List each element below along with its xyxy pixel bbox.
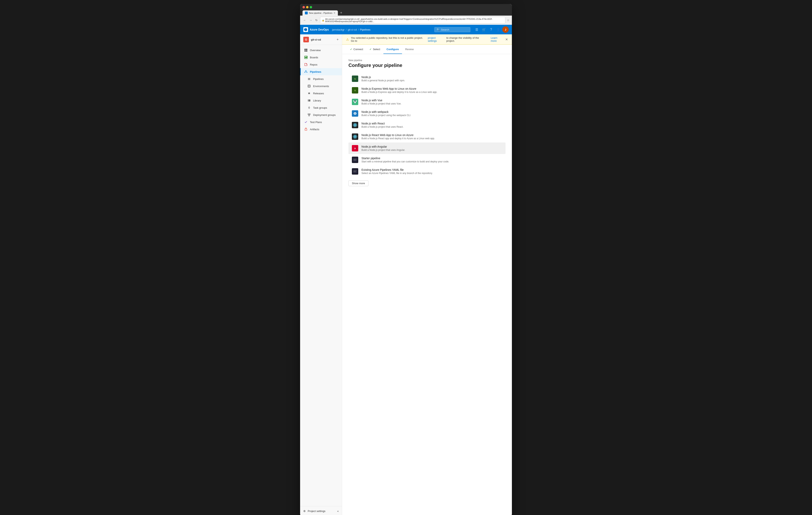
wizard-step-review[interactable]: Review [402, 48, 417, 54]
active-tab[interactable]: New pipeline - Pipelines ✕ [302, 10, 338, 16]
learn-more-link[interactable]: Learn more [491, 36, 503, 42]
help-icon[interactable]: ? [488, 26, 494, 33]
boards-icon [304, 55, 308, 59]
pipeline-option-nodejs-react[interactable]: Node.js with React Build a Node.js proje… [348, 119, 505, 131]
pipeline-option-nodejs[interactable]: N Node.js Build a general Node.js projec… [348, 73, 505, 85]
logo-icon [303, 27, 308, 32]
pipeline-option-nodejs-react-web[interactable]: Node.js React Web App to Linux on Azure … [348, 131, 505, 143]
pipeline-option-nodejs-angular[interactable]: A Node.js with Angular Build a Node.js p… [348, 143, 505, 154]
tab-close-icon[interactable]: ✕ [334, 11, 336, 14]
overview-icon [304, 48, 308, 52]
svg-rect-3 [306, 50, 307, 52]
nodejs-desc: Build a general Node.js project with npm… [361, 79, 502, 82]
existing-yaml-text: Existing Azure Pipelines YAML file Selec… [361, 168, 502, 175]
azure-devops-logo: Azure DevOps [303, 27, 329, 32]
existing-yaml-title: Existing Azure Pipelines YAML file [361, 168, 502, 172]
traffic-lights [302, 6, 510, 8]
nodejs-vue-title: Node.js with Vue [361, 99, 502, 102]
pipeline-option-nodejs-express[interactable]: N Node.js Express Web App to Linux on Az… [348, 85, 505, 96]
reload-button[interactable]: ↻ [315, 18, 318, 22]
warning-close-button[interactable]: ✕ [505, 37, 508, 41]
vuejs-icon [352, 99, 358, 105]
svg-point-10 [307, 72, 307, 73]
list-icon[interactable]: ☰ [473, 26, 480, 33]
project-settings-link[interactable]: project settings [428, 36, 444, 42]
show-more-button[interactable]: Show more [348, 180, 369, 186]
sidebar: G git-ci-cd + Overview [300, 34, 342, 515]
close-button[interactable] [302, 6, 305, 8]
breadcrumb-sep-2: / [358, 28, 359, 31]
cart-icon[interactable]: 🛒 [481, 26, 487, 33]
forward-button[interactable]: → [309, 18, 313, 22]
nav-icons: ☰ 🛒 ? 👤 J [473, 26, 509, 33]
svg-rect-5 [305, 57, 306, 58]
nav-search[interactable]: 🔍 Search [434, 27, 470, 32]
settings-icon: ⚙ [303, 510, 306, 513]
minimize-button[interactable] [306, 6, 309, 8]
sidebar-item-pipelines-label: Pipelines [310, 70, 321, 73]
nodejs-express-desc: Build a Node.js Express app and deploy i… [361, 91, 502, 93]
sidebar-item-environments[interactable]: Environments [300, 83, 342, 90]
add-project-button[interactable]: + [337, 37, 339, 42]
sidebar-item-pipelines[interactable]: Pipelines [300, 68, 342, 75]
wizard-step-configure[interactable]: Configure [383, 48, 402, 54]
wizard-step-connect[interactable]: ✓ Connect [347, 48, 366, 54]
pipeline-option-starter[interactable]: Starter pipeline Start with a minimal pi… [348, 154, 505, 165]
page-title: Configure your pipeline [348, 63, 505, 68]
lock-icon: 🔒 [322, 19, 324, 21]
webpack-icon: W [352, 110, 358, 117]
sidebar-item-releases[interactable]: Releases [300, 90, 342, 97]
people-icon[interactable]: 👤 [495, 26, 501, 33]
svg-text:N: N [354, 78, 356, 80]
nodejs-express-title: Node.js Express Web App to Linux on Azur… [361, 87, 502, 90]
back-button[interactable]: ← [302, 18, 307, 22]
pipeline-options-list: N Node.js Build a general Node.js projec… [348, 73, 505, 177]
sidebar-item-repos-label: Repos [310, 63, 318, 66]
collapse-icon[interactable]: « [337, 510, 339, 513]
maximize-button[interactable] [310, 6, 312, 8]
browser-actions: ☆ [507, 19, 510, 22]
sidebar-item-artifacts[interactable]: Artifacts [300, 126, 342, 133]
sidebar-item-boards[interactable]: Boards [300, 54, 342, 61]
sidebar-item-pipelines-sub[interactable]: Pipelines [300, 75, 342, 83]
breadcrumb-project[interactable]: git-ci-cd [348, 28, 357, 31]
sidebar-item-test-plans[interactable]: Test Plans [300, 118, 342, 126]
environments-icon [307, 84, 311, 88]
svg-rect-26 [309, 115, 310, 116]
sidebar-item-artifacts-label: Artifacts [310, 128, 319, 131]
wizard-step-review-label: Review [405, 48, 414, 51]
repos-icon [304, 63, 308, 66]
new-tab-button[interactable]: + [338, 10, 344, 16]
sidebar-settings-left: ⚙ Project settings [303, 510, 325, 513]
nodejs-webpack-text: Node.js with webpack Build a Node.js pro… [361, 110, 502, 117]
react-web-icon [352, 133, 358, 140]
svg-rect-52 [353, 160, 356, 160]
starter-text: Starter pipeline Start with a minimal pi… [361, 157, 502, 163]
pipeline-option-existing-yaml[interactable]: Existing Azure Pipelines YAML file Selec… [348, 165, 505, 177]
nodejs-react-web-title: Node.js React Web App to Linux on Azure [361, 133, 502, 137]
address-url: dev.azure.com/jamstackgr/git-ci-cd/_apps… [325, 18, 503, 23]
sidebar-item-library[interactable]: Library [300, 97, 342, 104]
avatar[interactable]: J [502, 26, 509, 33]
svg-line-11 [305, 71, 306, 72]
sidebar-item-overview[interactable]: Overview [300, 47, 342, 54]
breadcrumb-org[interactable]: jamstackgr [332, 28, 345, 31]
sidebar-item-task-groups[interactable]: Task groups [300, 104, 342, 111]
address-bar[interactable]: 🔒 dev.azure.com/jamstackgr/git-ci-cd/_ap… [320, 17, 505, 24]
sidebar-item-deployment-groups[interactable]: Deployment groups [300, 111, 342, 118]
svg-rect-14 [308, 79, 310, 79]
wizard-step-select[interactable]: ✓ Select [366, 48, 383, 54]
sidebar-settings[interactable]: ⚙ Project settings « [300, 508, 342, 514]
brand-name: Azure DevOps [310, 28, 329, 31]
nodejs-react-title: Node.js with React [361, 122, 502, 125]
pipeline-option-nodejs-vue[interactable]: Node.js with Vue Build a Node.js project… [348, 96, 505, 108]
sidebar-item-repos[interactable]: Repos [300, 61, 342, 68]
nodejs-angular-title: Node.js with Angular [361, 145, 502, 148]
svg-text:W: W [354, 113, 356, 115]
bookmark-icon[interactable]: ☆ [507, 19, 510, 22]
warning-text-after: to change the visibility of the project. [446, 36, 486, 42]
pipeline-option-nodejs-webpack[interactable]: W Node.js with webpack Build a Node.js p… [348, 108, 505, 119]
nodejs-angular-text: Node.js with Angular Build a Node.js pro… [361, 145, 502, 151]
deployment-groups-icon [307, 113, 311, 117]
svg-line-12 [306, 71, 307, 72]
